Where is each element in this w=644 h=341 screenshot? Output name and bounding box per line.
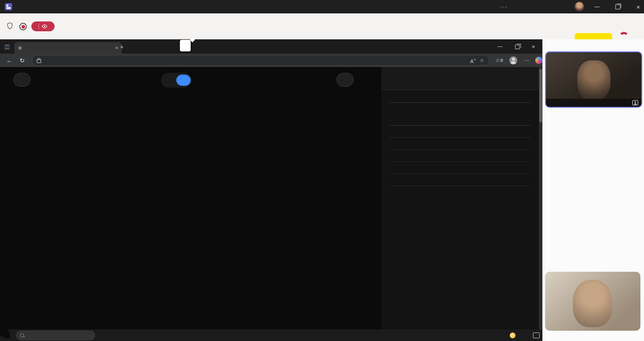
windows-taskbar — [0, 329, 542, 341]
leave-phone-icon — [619, 29, 629, 36]
history-dropdown[interactable] — [337, 73, 354, 87]
category-row[interactable] — [389, 162, 531, 174]
reset-view-button[interactable] — [13, 73, 30, 87]
copilot-icon[interactable] — [535, 57, 542, 64]
browser-navbar: ← ↻ A⌁ ☆ ☆≡ ··· — [0, 54, 542, 67]
category-row[interactable] — [389, 126, 531, 138]
overview-text — [389, 103, 531, 113]
sun-icon — [510, 333, 516, 338]
screen: ··· — × ◫ ⊕ — [0, 0, 644, 341]
notification-center-icon[interactable] — [533, 333, 540, 338]
read-aloud-icon[interactable]: A⌁ — [470, 57, 476, 64]
presenter-name-tag — [0, 328, 8, 336]
window-minimize-button[interactable]: — — [594, 4, 600, 10]
tab-close-icon[interactable]: × — [115, 45, 118, 51]
tab-favicon-globe-icon: ⊕ — [18, 45, 22, 51]
overview-heading — [389, 98, 531, 103]
view-mode-toggle — [161, 73, 192, 88]
teams-app-icon — [5, 3, 12, 10]
speaker-name-bar — [546, 99, 641, 107]
category-row[interactable] — [389, 138, 531, 150]
speaker-video-tile[interactable] — [545, 51, 642, 108]
user-avatar[interactable] — [575, 2, 584, 11]
category-row[interactable] — [389, 174, 531, 186]
taskbar-search[interactable] — [16, 331, 95, 340]
refresh-icon[interactable]: ↻ — [20, 57, 25, 64]
spotlight-icon[interactable] — [632, 100, 639, 105]
radial-graph[interactable] — [0, 67, 381, 329]
teams-toolbar — [0, 13, 644, 40]
live-badge — [31, 21, 55, 31]
overview-tab[interactable] — [162, 75, 176, 86]
tab-actions-icon[interactable]: ◫ — [4, 43, 9, 50]
back-icon[interactable]: ← — [6, 57, 13, 64]
category-row[interactable] — [389, 150, 531, 162]
browser-minimize-button[interactable]: — — [498, 43, 503, 49]
weather-widget[interactable] — [510, 333, 521, 338]
teams-titlebar: ··· — × — [0, 0, 644, 13]
lock-icon — [37, 59, 41, 63]
browser-tabstrip: ◫ ⊕ × + — × — [0, 39, 542, 54]
participants-sidebar — [542, 39, 644, 341]
panel-scrollbar-thumb[interactable] — [539, 69, 542, 122]
favorites-hub-icon[interactable]: ☆≡ — [495, 57, 503, 63]
leave-button[interactable] — [619, 29, 629, 36]
window-close-button[interactable]: × — [635, 4, 641, 11]
search-icon — [20, 333, 24, 337]
titlebar-more-icon[interactable]: ··· — [500, 3, 508, 10]
take-control-tooltip — [180, 40, 191, 51]
explore-tab[interactable] — [176, 75, 191, 86]
participant-video-tile[interactable] — [545, 272, 640, 331]
viewers-eye-icon — [42, 24, 47, 29]
speaker-video — [577, 60, 610, 101]
security-shield-icon — [6, 22, 13, 31]
breadcrumb — [389, 74, 531, 80]
browser-profile-avatar[interactable] — [509, 56, 517, 64]
new-tab-button[interactable]: + — [120, 43, 124, 51]
browser-tab[interactable]: ⊕ × — [14, 42, 122, 54]
web-content — [0, 67, 542, 329]
address-bar[interactable]: A⌁ ☆ — [32, 55, 489, 66]
taskbar-tray — [510, 329, 540, 341]
browser-settings-icon[interactable]: ··· — [524, 57, 529, 63]
recording-icon — [19, 23, 27, 30]
browser-window: ◫ ⊕ × + — × ← ↻ A⌁ ☆ ☆≡ ··· — [0, 39, 542, 329]
service-categories-heading — [389, 121, 531, 126]
participants-pager — [542, 263, 644, 269]
detail-panel — [381, 67, 539, 329]
browser-close-button[interactable]: × — [532, 43, 535, 50]
favorite-star-icon[interactable]: ☆ — [480, 58, 484, 63]
